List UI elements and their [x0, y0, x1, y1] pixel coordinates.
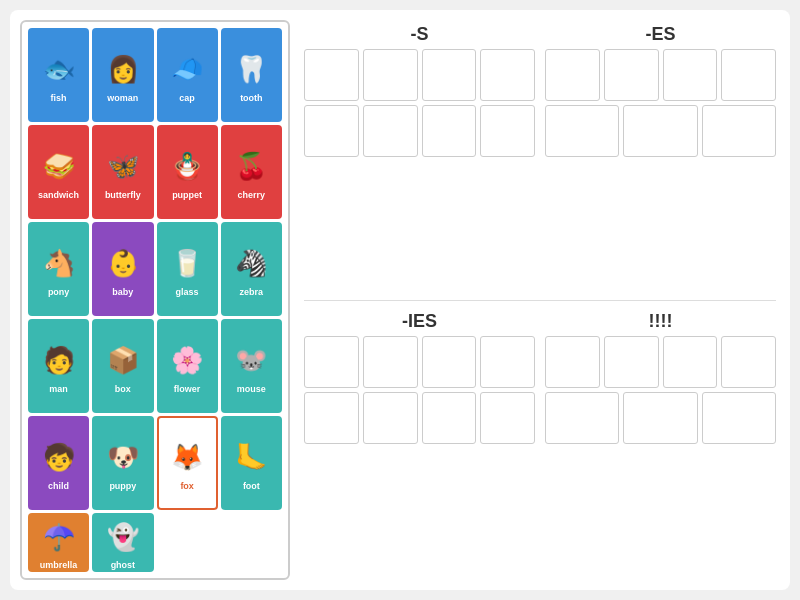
- card-label-glass: glass: [176, 287, 199, 297]
- card-ghost[interactable]: 👻ghost: [92, 513, 153, 572]
- drop-cell[interactable]: [422, 105, 477, 157]
- card-image-butterfly: 🦋: [101, 145, 145, 189]
- card-label-umbrella: umbrella: [40, 560, 78, 570]
- card-label-butterfly: butterfly: [105, 190, 141, 200]
- drop-cell[interactable]: [422, 392, 477, 444]
- card-pony[interactable]: 🐴pony: [28, 222, 89, 316]
- card-man[interactable]: 🧑man: [28, 319, 89, 413]
- card-image-puppet: 🪆: [165, 145, 209, 189]
- drop-cell[interactable]: [545, 392, 619, 444]
- card-cap[interactable]: 🧢cap: [157, 28, 218, 122]
- drop-cell[interactable]: [304, 105, 359, 157]
- card-label-ghost: ghost: [111, 560, 136, 570]
- card-image-baby: 👶: [101, 242, 145, 286]
- card-tooth[interactable]: 🦷tooth: [221, 28, 282, 122]
- card-image-mouse: 🐭: [229, 339, 273, 383]
- card-butterfly[interactable]: 🦋butterfly: [92, 125, 153, 219]
- card-child[interactable]: 🧒child: [28, 416, 89, 510]
- drop-cell[interactable]: [363, 392, 418, 444]
- card-image-fish: 🐟: [37, 48, 81, 92]
- es-section: -ES: [545, 24, 776, 290]
- es-row2: [545, 105, 776, 157]
- misc-title: !!!!: [545, 311, 776, 332]
- card-fox[interactable]: 🦊fox: [157, 416, 218, 510]
- card-glass[interactable]: 🥛glass: [157, 222, 218, 316]
- drop-cell[interactable]: [480, 336, 535, 388]
- drop-cell[interactable]: [304, 392, 359, 444]
- drop-cell[interactable]: [480, 392, 535, 444]
- misc-section: !!!!: [545, 311, 776, 577]
- card-woman[interactable]: 👩woman: [92, 28, 153, 122]
- s-row1: [304, 49, 535, 101]
- card-label-woman: woman: [107, 93, 138, 103]
- card-puppy[interactable]: 🐶puppy: [92, 416, 153, 510]
- sorting-panel: -S -ES: [300, 20, 780, 580]
- drop-cell[interactable]: [480, 105, 535, 157]
- card-image-woman: 👩: [101, 48, 145, 92]
- drop-cell[interactable]: [604, 49, 659, 101]
- card-label-sandwich: sandwich: [38, 190, 79, 200]
- card-label-fox: fox: [180, 481, 194, 491]
- card-mouse[interactable]: 🐭mouse: [221, 319, 282, 413]
- drop-cell[interactable]: [721, 49, 776, 101]
- misc-row2: [545, 392, 776, 444]
- drop-cell[interactable]: [545, 336, 600, 388]
- drop-cell[interactable]: [363, 336, 418, 388]
- card-zebra[interactable]: 🦓zebra: [221, 222, 282, 316]
- ies-section: -IES: [304, 311, 535, 577]
- drop-cell[interactable]: [480, 49, 535, 101]
- drop-cell[interactable]: [545, 105, 619, 157]
- card-flower[interactable]: 🌸flower: [157, 319, 218, 413]
- drop-cell[interactable]: [545, 49, 600, 101]
- card-image-puppy: 🐶: [101, 436, 145, 480]
- card-label-foot: foot: [243, 481, 260, 491]
- card-image-pony: 🐴: [37, 242, 81, 286]
- card-label-puppet: puppet: [172, 190, 202, 200]
- card-image-ghost: 👻: [101, 515, 145, 559]
- drop-cell[interactable]: [304, 49, 359, 101]
- drop-cell[interactable]: [422, 49, 477, 101]
- card-foot[interactable]: 🦶foot: [221, 416, 282, 510]
- drop-cell[interactable]: [363, 105, 418, 157]
- card-image-cap: 🧢: [165, 48, 209, 92]
- word-card-panel: 🐟fish👩woman🧢cap🦷tooth🥪sandwich🦋butterfly…: [20, 20, 290, 580]
- drop-cell[interactable]: [623, 105, 697, 157]
- card-label-box: box: [115, 384, 131, 394]
- ies-title: -IES: [304, 311, 535, 332]
- card-image-man: 🧑: [37, 339, 81, 383]
- card-label-baby: baby: [112, 287, 133, 297]
- drop-cell[interactable]: [702, 105, 776, 157]
- card-label-cap: cap: [179, 93, 195, 103]
- card-image-tooth: 🦷: [229, 48, 273, 92]
- drop-cell[interactable]: [623, 392, 697, 444]
- drop-cell[interactable]: [702, 392, 776, 444]
- card-image-cherry: 🍒: [229, 145, 273, 189]
- card-box[interactable]: 📦box: [92, 319, 153, 413]
- card-image-zebra: 🦓: [229, 242, 273, 286]
- card-cherry[interactable]: 🍒cherry: [221, 125, 282, 219]
- drop-cell[interactable]: [663, 336, 718, 388]
- es-row1: [545, 49, 776, 101]
- main-container: 🐟fish👩woman🧢cap🦷tooth🥪sandwich🦋butterfly…: [10, 10, 790, 590]
- drop-cell[interactable]: [363, 49, 418, 101]
- card-label-mouse: mouse: [237, 384, 266, 394]
- card-image-child: 🧒: [37, 436, 81, 480]
- divider: [304, 300, 776, 301]
- drop-cell[interactable]: [604, 336, 659, 388]
- card-label-puppy: puppy: [109, 481, 136, 491]
- es-title: -ES: [545, 24, 776, 45]
- drop-cell[interactable]: [663, 49, 718, 101]
- drop-cell[interactable]: [721, 336, 776, 388]
- card-image-flower: 🌸: [165, 339, 209, 383]
- card-puppet[interactable]: 🪆puppet: [157, 125, 218, 219]
- card-label-zebra: zebra: [240, 287, 264, 297]
- card-baby[interactable]: 👶baby: [92, 222, 153, 316]
- drop-cell[interactable]: [304, 336, 359, 388]
- drop-cell[interactable]: [422, 336, 477, 388]
- card-label-man: man: [49, 384, 68, 394]
- card-umbrella[interactable]: ☂️umbrella: [28, 513, 89, 572]
- ies-row2: [304, 392, 535, 444]
- card-label-child: child: [48, 481, 69, 491]
- card-fish[interactable]: 🐟fish: [28, 28, 89, 122]
- card-sandwich[interactable]: 🥪sandwich: [28, 125, 89, 219]
